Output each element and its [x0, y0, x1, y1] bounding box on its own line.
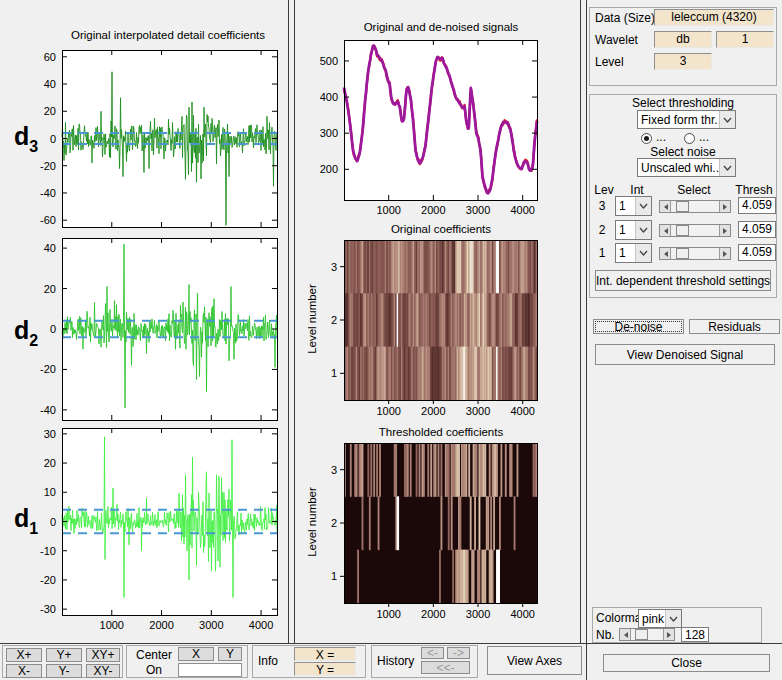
on-label: On [132, 663, 176, 677]
d1-plot[interactable]: 3020100-10-20-301000200030004000 [18, 420, 290, 636]
level-2-interval-value: 1 [616, 223, 635, 237]
slider-left-arrow[interactable] [620, 629, 631, 640]
slider-thumb[interactable] [676, 225, 689, 236]
slider-right-arrow[interactable] [719, 225, 730, 236]
level-1-threshold-edit[interactable]: 4.059 [738, 244, 776, 261]
slider-right-arrow[interactable] [663, 629, 674, 640]
chevron-down-icon[interactable] [635, 244, 651, 262]
threshold-type-radio-1[interactable] [641, 133, 652, 144]
d2-plot[interactable]: 40200-20-40 [18, 230, 290, 428]
svg-text:2: 2 [331, 314, 337, 326]
threshold-type-radio-2[interactable] [684, 133, 695, 144]
history-reset-button[interactable]: <<- [421, 661, 470, 674]
close-button[interactable]: Close [603, 654, 770, 672]
original-coefficients-heatmap[interactable]: 3211000200030004000 [296, 232, 562, 422]
slider-thumb[interactable] [676, 201, 689, 212]
svg-text:1000: 1000 [376, 204, 400, 216]
colormap-value: pink [639, 612, 665, 626]
history-label: History [377, 654, 414, 668]
d3-plot[interactable]: 6040200-20-40-60 [18, 42, 290, 234]
chevron-down-icon[interactable] [719, 111, 735, 128]
mid-panel-right-border [580, 0, 581, 643]
slider-thumb[interactable] [635, 629, 648, 640]
colormap-label: Colorma [596, 611, 641, 625]
chevron-down-icon[interactable] [719, 159, 735, 176]
center-label: Center [132, 648, 176, 662]
svg-text:-20: -20 [40, 574, 56, 586]
zoom-y-plus-button[interactable]: Y+ [46, 648, 82, 662]
wavelet-label: Wavelet [595, 33, 638, 47]
level-label: Level [595, 55, 624, 69]
view-axes-button[interactable]: View Axes [487, 646, 582, 675]
select-noise-label: Select noise [589, 145, 777, 159]
zoom-y-minus-button[interactable]: Y- [46, 664, 82, 678]
chevron-down-icon[interactable] [635, 221, 651, 239]
level-2-threshold-slider[interactable] [659, 224, 731, 237]
column-header-thresh: Thresh [731, 183, 777, 197]
view-denoised-signal-button[interactable]: View Denoised Signal [595, 344, 775, 365]
center-on-input[interactable] [178, 663, 242, 677]
svg-text:-60: -60 [40, 214, 56, 226]
svg-text:1000: 1000 [376, 608, 400, 620]
thresholded-coefficients-heatmap[interactable]: 3211000200030004000 [296, 435, 562, 625]
svg-text:-40: -40 [40, 404, 56, 416]
slider-thumb[interactable] [676, 248, 689, 259]
center-y-button[interactable]: Y [218, 647, 242, 661]
history-forward-button[interactable]: -> [447, 647, 470, 659]
zoom-x-plus-button[interactable]: X+ [6, 648, 42, 662]
svg-text:2000: 2000 [421, 204, 445, 216]
denoise-button[interactable]: De-noise [593, 319, 684, 334]
svg-text:60: 60 [44, 51, 56, 63]
level-2-number: 2 [594, 223, 610, 237]
svg-text:1000: 1000 [376, 405, 400, 417]
chevron-down-icon[interactable] [665, 610, 681, 627]
svg-text:4000: 4000 [510, 608, 534, 620]
nb-colors-slider[interactable] [619, 628, 675, 641]
history-back-button[interactable]: <- [421, 647, 444, 659]
svg-text:3000: 3000 [466, 405, 490, 417]
level-3-interval-value: 1 [616, 199, 635, 213]
colormap-select[interactable]: pink [638, 609, 682, 628]
threshold-type-radio-2-label: ... [699, 130, 709, 144]
signal-plot[interactable]: 5004003002001000200030004000 [312, 32, 564, 220]
zoom-xy-minus-button[interactable]: XY- [86, 664, 120, 678]
chevron-down-icon[interactable] [635, 197, 651, 215]
column-header-int: Int [620, 183, 654, 197]
int-dependent-threshold-button[interactable]: Int. dependent threshold settings [595, 270, 771, 291]
svg-text:40: 40 [44, 78, 56, 90]
svg-text:-20: -20 [40, 363, 56, 375]
slider-left-arrow[interactable] [660, 225, 671, 236]
svg-text:40: 40 [44, 242, 56, 254]
svg-text:2000: 2000 [149, 619, 173, 631]
svg-text:500: 500 [320, 55, 338, 67]
level-3-interval-select[interactable]: 1 [615, 196, 652, 216]
level-3-threshold-edit[interactable]: 4.059 [738, 197, 776, 214]
center-x-button[interactable]: X [178, 647, 214, 661]
level-3-threshold-slider[interactable] [659, 200, 731, 213]
svg-text:-30: -30 [40, 603, 56, 615]
svg-text:1: 1 [331, 570, 337, 582]
thresholding-method-select[interactable]: Fixed form thr... [637, 110, 736, 129]
slider-left-arrow[interactable] [660, 201, 671, 212]
level-1-threshold-slider[interactable] [659, 247, 731, 260]
slider-right-arrow[interactable] [719, 248, 730, 259]
svg-text:-10: -10 [40, 545, 56, 557]
zoom-x-minus-button[interactable]: X- [6, 664, 42, 678]
svg-text:10: 10 [44, 486, 56, 498]
slider-left-arrow[interactable] [660, 248, 671, 259]
level-2-interval-select[interactable]: 1 [615, 220, 652, 240]
svg-text:300: 300 [320, 127, 338, 139]
nb-colors-edit[interactable]: 128 [681, 627, 709, 642]
level-2-threshold-edit[interactable]: 4.059 [738, 221, 776, 238]
level-1-interval-select[interactable]: 1 [615, 243, 652, 263]
svg-text:20: 20 [44, 283, 56, 295]
noise-structure-select[interactable]: Unscaled whi... [637, 158, 736, 177]
svg-text:3000: 3000 [466, 204, 490, 216]
column-header-lev: Lev [591, 183, 617, 197]
slider-right-arrow[interactable] [719, 201, 730, 212]
zoom-xy-plus-button[interactable]: XY+ [86, 648, 120, 662]
level-1-interval-value: 1 [616, 246, 635, 260]
wavelet-family-value: db [654, 31, 712, 48]
level-1-number: 1 [594, 246, 610, 260]
residuals-button[interactable]: Residuals [689, 319, 780, 334]
